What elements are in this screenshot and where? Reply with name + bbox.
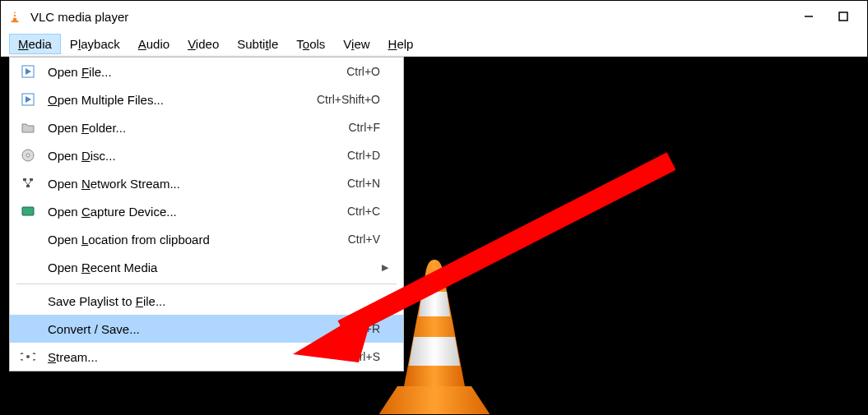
menu-help[interactable]: Help	[379, 34, 423, 54]
svg-rect-12	[23, 178, 26, 181]
menu-playback[interactable]: Playback	[61, 34, 129, 54]
menu-stream[interactable]: Stream... Ctrl+S	[10, 343, 403, 371]
title-bar: VLC media player	[1, 1, 867, 32]
menu-subtitle[interactable]: Subtitle	[228, 34, 287, 54]
capture-icon	[18, 205, 38, 217]
svg-rect-14	[26, 185, 30, 187]
vlc-cone-icon	[7, 9, 24, 24]
folder-icon	[18, 122, 38, 133]
svg-marker-7	[26, 68, 31, 75]
window-title: VLC media player	[30, 10, 128, 24]
svg-point-11	[26, 154, 30, 157]
menu-open-network-stream[interactable]: Open Network Stream... Ctrl+N	[10, 169, 403, 197]
svg-rect-3	[12, 21, 19, 22]
menu-video[interactable]: Video	[179, 34, 228, 54]
menu-view[interactable]: View	[334, 34, 378, 54]
svg-point-18	[26, 355, 30, 358]
media-dropdown-menu: Open File... Ctrl+O Open Multiple Files.…	[9, 57, 404, 371]
minimize-button[interactable]	[791, 4, 826, 29]
svg-rect-17	[22, 207, 34, 215]
menu-open-file[interactable]: Open File... Ctrl+O	[10, 58, 403, 85]
network-icon	[18, 177, 38, 190]
svg-line-15	[25, 181, 28, 185]
separator	[16, 284, 397, 284]
svg-rect-2	[13, 16, 16, 18]
svg-marker-0	[12, 11, 16, 21]
submenu-arrow-icon: ▶	[382, 262, 388, 273]
maximize-button[interactable]	[826, 4, 861, 29]
svg-line-16	[28, 181, 31, 185]
stream-icon	[18, 351, 38, 362]
menu-convert-save[interactable]: Convert / Save... Ctrl+R	[10, 315, 403, 343]
play-file-icon	[18, 65, 38, 78]
menu-open-multiple-files[interactable]: Open Multiple Files... Ctrl+Shift+O	[10, 85, 403, 113]
menu-media[interactable]: Media	[9, 34, 61, 54]
disc-icon	[18, 149, 38, 162]
menu-open-recent-media[interactable]: Open Recent Media ▶	[10, 253, 403, 281]
menu-save-playlist[interactable]: Save Playlist to File...	[10, 287, 403, 315]
svg-rect-1	[13, 13, 16, 15]
menu-open-folder[interactable]: Open Folder... Ctrl+F	[10, 113, 403, 141]
menu-tools[interactable]: Tools	[287, 34, 334, 54]
menu-open-disc[interactable]: Open Disc... Ctrl+D	[10, 141, 403, 169]
menu-open-location-clipboard[interactable]: Open Location from clipboard Ctrl+V	[10, 225, 403, 253]
menu-open-capture-device[interactable]: Open Capture Device... Ctrl+C	[10, 197, 403, 225]
svg-rect-5	[839, 12, 847, 21]
menu-audio[interactable]: Audio	[129, 34, 179, 54]
svg-marker-9	[26, 96, 31, 103]
svg-rect-13	[30, 178, 33, 181]
menu-bar: Media Playback Audio Video Subtitle Tool…	[1, 32, 867, 57]
play-file-icon	[18, 93, 38, 106]
